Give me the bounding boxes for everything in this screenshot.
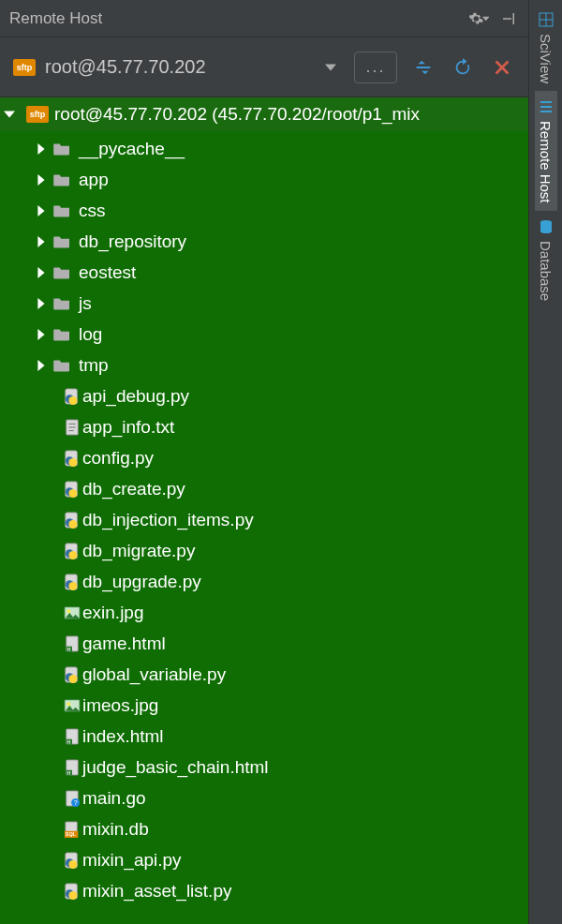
connection-label: root@45.77.70.202 <box>45 56 315 78</box>
database-icon <box>538 218 555 235</box>
tree-item-label: __pycache__ <box>79 139 185 159</box>
svg-point-38 <box>67 702 71 706</box>
tree-file-row[interactable]: db_migrate.py <box>0 535 528 566</box>
svg-point-3 <box>68 396 77 405</box>
tree-file-row[interactable]: global_variable.py <box>0 659 528 690</box>
unknown-file-icon: ? <box>62 789 82 808</box>
tree-item-label: tmp <box>79 355 109 376</box>
tree-file-row[interactable]: db_injection_items.py <box>0 504 528 535</box>
tree-root-label: root@45.77.70.202 (45.77.70.202/root/p1_… <box>54 104 420 125</box>
rail-tab-label: Database <box>538 241 554 301</box>
expander-down-icon[interactable] <box>4 109 21 120</box>
tree-item-label: mixin_asset_list.py <box>82 881 231 902</box>
svg-text:H: H <box>67 770 71 776</box>
remotehost-icon <box>538 98 555 115</box>
tree-file-row[interactable]: api_debug.py <box>0 380 528 411</box>
expander-right-icon[interactable] <box>32 329 51 340</box>
tree-file-row[interactable]: config.py <box>0 442 528 473</box>
svg-text:H: H <box>67 739 71 745</box>
folder-icon <box>51 171 73 189</box>
tree-file-row[interactable]: db_create.py <box>0 473 528 504</box>
python-file-icon <box>62 449 82 468</box>
folder-icon <box>51 356 73 375</box>
tree-item-label: main.go <box>82 788 146 809</box>
tree-file-row[interactable]: imeos.jpg <box>0 690 528 721</box>
expander-right-icon[interactable] <box>32 236 51 247</box>
sftp-icon: sftp <box>13 59 36 76</box>
tree-item-label: global_variable.py <box>82 664 226 685</box>
panel-title: Remote Host <box>9 9 468 28</box>
tree-item-label: imeos.jpg <box>82 695 158 716</box>
folder-icon <box>51 201 73 220</box>
tree-item-label: log <box>79 324 102 345</box>
expander-right-icon[interactable] <box>32 267 51 278</box>
disconnect-close-icon[interactable] <box>489 54 515 81</box>
svg-text:SQL: SQL <box>66 831 77 837</box>
tree-folder-row[interactable]: tmp <box>0 350 528 380</box>
folder-icon <box>51 232 73 251</box>
tree-folder-row[interactable]: log <box>0 319 528 350</box>
refresh-icon[interactable] <box>450 54 476 81</box>
expander-right-icon[interactable] <box>32 174 51 186</box>
svg-point-15 <box>68 489 77 498</box>
tree-item-label: judge_basic_chain.html <box>82 757 269 778</box>
expander-right-icon[interactable] <box>32 360 51 371</box>
tree-file-row[interactable]: mixin_asset_list.py <box>0 875 528 906</box>
tree-file-row[interactable]: app_info.txt <box>0 411 528 442</box>
tree-item-label: db_upgrade.py <box>82 572 201 592</box>
connection-more-button[interactable]: ... <box>354 52 397 83</box>
tree-folder-row[interactable]: db_repository <box>0 226 528 257</box>
expander-right-icon[interactable] <box>32 205 51 216</box>
rail-tab-remotehost[interactable]: Remote Host <box>535 91 557 211</box>
connection-dropdown-button[interactable] <box>320 54 341 81</box>
connection-bar: sftp root@45.77.70.202 ... <box>0 37 528 97</box>
tree-item-label: js <box>79 293 92 314</box>
tree-file-row[interactable]: Hjudge_basic_chain.html <box>0 752 528 782</box>
python-file-icon <box>62 387 82 406</box>
hide-panel-icon[interactable] <box>498 8 519 29</box>
svg-point-54 <box>68 860 77 869</box>
html-file-icon: H <box>62 727 82 746</box>
right-tool-rail: SciViewRemote HostDatabase <box>528 0 562 924</box>
tree-root-row[interactable]: sftp root@45.77.70.202 (45.77.70.202/roo… <box>0 97 528 131</box>
folder-icon <box>51 140 73 158</box>
tree-item-label: css <box>79 201 106 221</box>
folder-icon <box>51 263 73 282</box>
svg-text:H: H <box>67 647 71 652</box>
diff-icon[interactable] <box>410 54 436 81</box>
settings-gear-icon[interactable] <box>468 8 489 29</box>
tree-file-row[interactable]: Hindex.html <box>0 721 528 752</box>
tree-item-label: mixin.db <box>82 819 149 840</box>
rail-tab-sciview[interactable]: SciView <box>535 4 557 91</box>
tree-folder-row[interactable]: js <box>0 288 528 319</box>
svg-point-36 <box>68 675 77 683</box>
expander-right-icon[interactable] <box>32 298 51 309</box>
tree-folder-row[interactable]: eostest <box>0 257 528 288</box>
tree-file-row[interactable]: db_upgrade.py <box>0 566 528 597</box>
tree-item-label: app <box>79 170 109 190</box>
rail-tab-database[interactable]: Database <box>535 211 557 308</box>
tree-folder-row[interactable]: css <box>0 195 528 226</box>
python-file-icon <box>62 882 82 901</box>
tree-item-label: db_repository <box>79 231 186 252</box>
sciview-icon <box>538 11 555 28</box>
tree-item-label: game.html <box>82 633 166 654</box>
tree-item-label: exin.jpg <box>82 603 144 623</box>
python-file-icon <box>62 480 82 499</box>
tree-folder-row[interactable]: app <box>0 164 528 195</box>
tree-file-row[interactable]: ?main.go <box>0 782 528 813</box>
python-file-icon <box>62 511 82 529</box>
tree-folder-row[interactable]: __pycache__ <box>0 133 528 164</box>
tree-item-label: mixin_api.py <box>82 850 182 871</box>
tree-file-row[interactable]: mixin_api.py <box>0 844 528 875</box>
tree-item-label: eostest <box>79 262 136 283</box>
sftp-root-icon: sftp <box>26 106 49 123</box>
tree-file-row[interactable]: Hgame.html <box>0 628 528 659</box>
python-file-icon <box>62 851 82 870</box>
tree-item-label: db_migrate.py <box>82 541 195 561</box>
tree-file-row[interactable]: exin.jpg <box>0 597 528 628</box>
expander-right-icon[interactable] <box>32 143 51 155</box>
tree-item-label: db_create.py <box>82 479 185 499</box>
tree-item-label: db_injection_items.py <box>82 510 254 530</box>
tree-file-row[interactable]: SQLmixin.db <box>0 813 528 844</box>
